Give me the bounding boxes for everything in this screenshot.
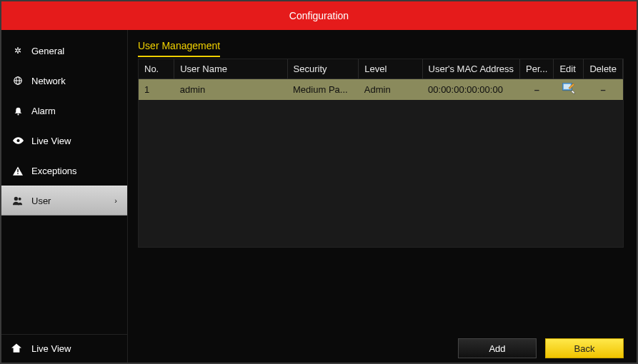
live-view-button[interactable]: Live View: [1, 334, 128, 363]
sidebar-item-user[interactable]: User ›: [1, 186, 127, 216]
sidebar-item-label: Alarm: [31, 106, 56, 116]
home-icon: [11, 343, 24, 355]
add-button[interactable]: Add: [458, 338, 537, 358]
svg-rect-6: [17, 173, 18, 173]
titlebar: Configuration: [1, 1, 637, 30]
th-mac[interactable]: User's MAC Address: [422, 59, 520, 79]
sidebar-item-alarm[interactable]: Alarm: [1, 96, 127, 126]
table-header-row: No. User Name Security Level User's MAC …: [139, 59, 623, 79]
th-per[interactable]: Per...: [520, 59, 554, 79]
sidebar: ✲ General Network Alarm Live View Exce: [1, 30, 128, 334]
cell-username: admin: [174, 79, 287, 101]
svg-rect-5: [17, 168, 18, 171]
page-title: Configuration: [289, 10, 349, 21]
warning-icon: [11, 164, 24, 177]
svg-point-3: [17, 113, 19, 115]
sidebar-item-label: Exceptions: [31, 166, 77, 176]
svg-point-4: [16, 139, 19, 142]
chevron-right-icon: ›: [114, 196, 117, 205]
sidebar-item-label: Network: [31, 76, 66, 86]
table-row[interactable]: 1 admin Medium Pa... Admin 00:00:00:00:0…: [139, 79, 623, 101]
cell-per: –: [520, 79, 554, 101]
network-icon: [11, 74, 24, 87]
cell-security: Medium Pa...: [287, 79, 359, 101]
sidebar-item-network[interactable]: Network: [1, 66, 127, 96]
section-title: User Management: [138, 37, 220, 57]
svg-point-7: [14, 197, 18, 201]
sidebar-item-label: General: [31, 46, 64, 56]
sidebar-item-liveview[interactable]: Live View: [1, 126, 127, 156]
th-delete[interactable]: Delete: [584, 59, 623, 79]
user-icon: [11, 194, 24, 207]
live-view-label: Live View: [31, 343, 71, 354]
sidebar-item-exceptions[interactable]: Exceptions: [1, 156, 127, 186]
sidebar-item-label: User: [31, 196, 51, 206]
back-button-label: Back: [574, 343, 595, 354]
th-no[interactable]: No.: [139, 59, 174, 79]
main-panel: User Management No. User Name Security L…: [128, 30, 637, 334]
content: ✲ General Network Alarm Live View Exce: [1, 30, 637, 334]
gear-icon: ✲: [11, 44, 24, 57]
cell-mac: 00:00:00:00:00:00: [422, 79, 520, 101]
cell-level: Admin: [359, 79, 422, 101]
th-username[interactable]: User Name: [174, 59, 287, 79]
svg-point-8: [19, 198, 21, 201]
cell-edit[interactable]: [554, 79, 584, 101]
th-level[interactable]: Level: [359, 59, 422, 79]
th-security[interactable]: Security: [287, 59, 359, 79]
user-table-wrap: No. User Name Security Level User's MAC …: [138, 59, 624, 248]
eye-icon: [11, 134, 24, 147]
add-button-label: Add: [489, 343, 505, 354]
cell-no: 1: [139, 79, 174, 101]
sidebar-item-general[interactable]: ✲ General: [1, 36, 127, 66]
back-button[interactable]: Back: [545, 338, 624, 358]
cell-delete: –: [584, 79, 623, 101]
edit-icon[interactable]: [562, 83, 575, 96]
bell-icon: [11, 104, 24, 117]
bottombar: Live View Add Back: [1, 334, 637, 363]
user-table: No. User Name Security Level User's MAC …: [139, 59, 623, 100]
sidebar-item-label: Live View: [31, 136, 71, 146]
th-edit[interactable]: Edit: [554, 59, 584, 79]
